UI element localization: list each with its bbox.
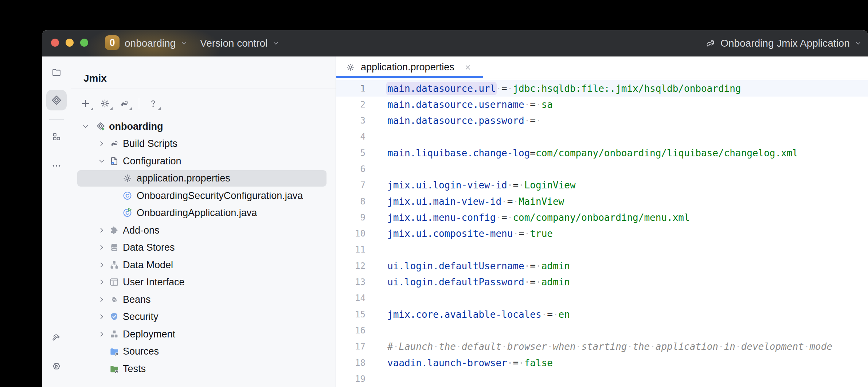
code-line-text[interactable]: main.datasource.username·=·sa xyxy=(384,99,553,110)
code-line-1: 1main.datasource.url·=·jdbc:hsqldb:file:… xyxy=(336,80,868,96)
code-line-text[interactable]: jmix.core.available-locales·=·en xyxy=(384,309,570,320)
project-folder-icon xyxy=(51,67,62,77)
tests-folder-icon xyxy=(109,363,120,374)
code-line-15: 15jmix.core.available-locales·=·en xyxy=(336,306,868,322)
line-number: 8 xyxy=(336,196,384,207)
chevron-down-icon xyxy=(272,39,280,47)
run-configuration-selector[interactable]: Onboarding Jmix Application xyxy=(704,30,862,56)
tree-item-add-ons[interactable]: Add-ons xyxy=(71,222,336,239)
chevron-expanded-icon[interactable] xyxy=(97,157,106,165)
code-line-8: 8jmix.ui.main-view-id·=·MainView xyxy=(336,193,868,209)
chevron-collapsed-icon[interactable] xyxy=(97,312,106,321)
line-number: 10 xyxy=(336,228,384,239)
toolbar-settings-button[interactable] xyxy=(99,98,110,109)
chevron-collapsed-icon[interactable] xyxy=(97,295,106,304)
tree-item-onboarding[interactable]: onboarding xyxy=(71,118,336,135)
chevron-collapsed-icon[interactable] xyxy=(97,278,106,286)
code-line-text[interactable]: main.datasource.url·=·jdbc:hsqldb:file:.… xyxy=(384,83,741,94)
tree-item-deployment[interactable]: Deployment xyxy=(71,325,336,343)
stripe-button-services[interactable] xyxy=(51,361,62,371)
properties-file-icon xyxy=(122,173,133,184)
tree-item-data-model[interactable]: Data Model xyxy=(71,256,336,274)
ide-window: 0 onboarding Version control Onboarding … xyxy=(42,30,868,387)
data-stores-icon xyxy=(109,242,120,253)
code-line-text[interactable]: vaadin.launch-browser·=·false xyxy=(384,357,553,368)
notifications-badge[interactable]: 0 xyxy=(105,35,120,50)
chevron-expanded-icon[interactable] xyxy=(81,122,90,131)
deployment-icon xyxy=(109,329,120,339)
code-line-2: 2main.datasource.username·=·sa xyxy=(336,97,868,113)
tree-item-sources[interactable]: Sources xyxy=(71,343,336,360)
tree-item-label: Data Model xyxy=(123,259,173,270)
line-number: 11 xyxy=(336,245,384,255)
stripe-button-project-folder[interactable] xyxy=(51,67,62,77)
panel-header: Jmix xyxy=(71,56,336,89)
stripe-button-more-tools[interactable] xyxy=(51,161,62,171)
window-controls xyxy=(51,39,88,47)
tree-item-label: Deployment xyxy=(123,328,175,340)
tree-item-label: OnboardingApplication.java xyxy=(137,207,257,219)
tree-item-data-stores[interactable]: Data Stores xyxy=(71,239,336,257)
code-line-text[interactable]: #·Launch·the·default·browser·when·starti… xyxy=(384,341,832,352)
code-line-text[interactable]: main.datasource.password·=· xyxy=(384,115,541,126)
code-line-text[interactable]: main.liquibase.change-log=com/company/on… xyxy=(384,148,798,159)
vcs-selector[interactable]: Version control xyxy=(200,30,280,56)
tree-item-onboardingapplication-java[interactable]: COnboardingApplication.java xyxy=(71,204,336,222)
svg-text:C: C xyxy=(125,192,129,199)
project-selector[interactable]: onboarding xyxy=(125,30,188,56)
code-line-text[interactable]: jmix.ui.login-view-id·=·LoginView xyxy=(384,180,576,191)
sources-folder-icon xyxy=(109,346,120,357)
tree-item-beans[interactable]: Beans xyxy=(71,291,336,308)
tab-application-properties[interactable]: application.properties xyxy=(336,56,483,78)
tree-item-application-properties[interactable]: application.properties xyxy=(71,170,336,187)
code-line-text[interactable]: jmix.ui.main-view-id·=·MainView xyxy=(384,196,564,207)
tree-item-label: Add-ons xyxy=(123,224,160,236)
stripe-button-build[interactable] xyxy=(51,333,62,343)
code-line-19: 19 xyxy=(336,371,868,387)
more-tools-icon xyxy=(51,161,62,171)
tree-item-user-interface[interactable]: User Interface xyxy=(71,274,336,291)
close-icon[interactable] xyxy=(464,63,472,72)
code-line-text[interactable]: ui.login.defaultUsername·=·admin xyxy=(384,261,570,271)
close-window-button[interactable] xyxy=(51,39,59,47)
tree-item-tests[interactable]: Tests xyxy=(71,360,336,378)
code-line-17: 17#·Launch·the·default·browser·when·star… xyxy=(336,339,868,355)
tree-item-label: onboarding xyxy=(109,121,163,132)
minimize-window-button[interactable] xyxy=(66,39,74,47)
chevron-collapsed-icon[interactable] xyxy=(97,330,106,339)
jmix-project-icon xyxy=(96,121,106,132)
run-configuration-label: Onboarding Jmix Application xyxy=(720,38,850,49)
tree-item-configuration[interactable]: Configuration xyxy=(71,152,336,170)
chevron-collapsed-icon[interactable] xyxy=(97,261,106,269)
gear-icon xyxy=(345,62,355,72)
stripe-button-jmix[interactable] xyxy=(46,90,67,110)
chevron-collapsed-icon[interactable] xyxy=(97,139,106,148)
code-area: 1main.datasource.url·=·jdbc:hsqldb:file:… xyxy=(336,78,868,387)
line-number: 9 xyxy=(336,212,384,223)
add-icon xyxy=(80,98,91,109)
toolbar-add-button[interactable] xyxy=(80,98,91,109)
chevron-collapsed-icon[interactable] xyxy=(97,226,106,235)
tree-item-build-scripts[interactable]: Build Scripts xyxy=(71,135,336,153)
chevron-collapsed-icon[interactable] xyxy=(97,243,106,252)
java-main-class-icon: C xyxy=(122,208,133,218)
stripe-button-structure[interactable] xyxy=(51,132,62,142)
code-line-text[interactable]: jmix.ui.menu-config·=·com/company/onboar… xyxy=(384,212,690,223)
toolbar-help-button[interactable] xyxy=(148,98,159,109)
data-model-icon xyxy=(109,259,120,270)
line-number: 15 xyxy=(336,309,384,320)
toolbar-gradle-button[interactable] xyxy=(119,98,130,109)
project-selector-label: onboarding xyxy=(125,38,176,49)
tree-item-onboardingsecurityconfiguration-java[interactable]: COnboardingSecurityConfiguration.java xyxy=(71,187,336,204)
help-icon xyxy=(148,98,159,109)
code-line-text[interactable]: jmix.ui.composite-menu·=·true xyxy=(384,228,553,239)
tree-item-label: Beans xyxy=(123,294,151,305)
code-line-text[interactable]: ui.login.defaultPassword·=·admin xyxy=(384,277,570,288)
line-number: 5 xyxy=(336,148,384,158)
tree-item-label: OnboardingSecurityConfiguration.java xyxy=(137,190,303,201)
tree-item-security[interactable]: Security xyxy=(71,308,336,326)
zoom-window-button[interactable] xyxy=(80,39,88,47)
java-class-icon: C xyxy=(122,190,133,201)
security-icon xyxy=(109,312,120,322)
user-interface-icon xyxy=(109,277,120,288)
